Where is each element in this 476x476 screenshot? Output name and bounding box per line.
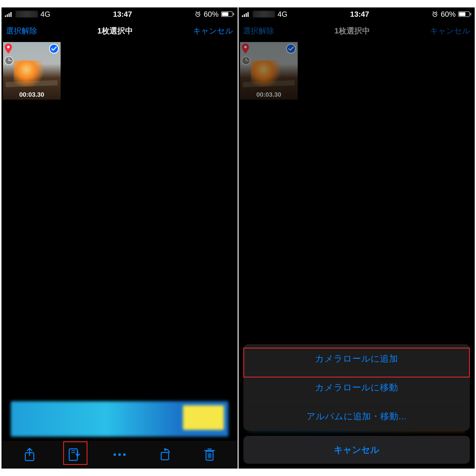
sheet-cancel[interactable]: キャンセル	[243, 436, 470, 464]
svg-point-9	[7, 46, 10, 48]
rotate-button[interactable]	[156, 446, 173, 463]
svg-rect-3	[10, 12, 12, 17]
battery-icon	[458, 11, 471, 17]
svg-line-7	[196, 12, 197, 12]
action-sheet: カメラロールに追加 カメラロールに移動 アルバムに追加・移動... キャンセル	[243, 344, 470, 464]
svg-rect-2	[9, 13, 10, 17]
content-area: 00:03.30	[1, 41, 238, 469]
nav-bar: 選択解除 1枚選択中 キャンセル	[238, 21, 475, 41]
svg-point-20	[118, 453, 121, 456]
selected-check-icon	[286, 44, 296, 53]
svg-rect-31	[246, 13, 247, 17]
deselect-button[interactable]: 選択解除	[243, 26, 274, 36]
signal-icon	[5, 11, 13, 17]
content-area: 00:03.30 カメラロールに追加 カメラロールに移動 アルバムに追加・移動.…	[238, 41, 475, 469]
more-button[interactable]	[111, 446, 128, 463]
network-type: 4G	[41, 10, 51, 18]
nav-bar: 選択解除 1枚選択中 キャンセル	[1, 21, 238, 41]
nav-title: 1枚選択中	[334, 26, 370, 36]
svg-point-38	[244, 46, 247, 48]
bottom-toolbar	[1, 441, 238, 469]
alarm-icon	[432, 11, 438, 17]
svg-point-21	[123, 453, 126, 456]
sheet-add-move-to-album[interactable]: アルバムに追加・移動...	[243, 402, 470, 431]
alarm-icon	[195, 11, 201, 17]
save-to-device-button[interactable]	[66, 446, 83, 463]
video-duration: 00:03.30	[3, 91, 61, 98]
video-thumbnail[interactable]: 00:03.30	[3, 42, 61, 100]
svg-rect-0	[5, 16, 6, 17]
svg-rect-32	[247, 12, 249, 17]
battery-percent: 60%	[204, 10, 219, 18]
svg-rect-29	[242, 16, 243, 17]
svg-rect-22	[161, 452, 169, 460]
sheet-add-to-camera-roll[interactable]: カメラロールに追加	[243, 344, 470, 373]
status-time: 13:47	[113, 10, 132, 18]
status-bar: 4G 13:47 60%	[1, 7, 238, 21]
location-pin-icon	[4, 44, 12, 53]
share-button[interactable]	[21, 446, 38, 463]
svg-rect-1	[7, 14, 8, 17]
deselect-button[interactable]: 選択解除	[6, 26, 37, 36]
clock-icon	[241, 56, 251, 66]
svg-rect-30	[244, 14, 245, 17]
svg-line-36	[433, 12, 434, 12]
screenshot-left: 4G 13:47 60% 選択解除 1枚選択中 キャンセル	[1, 7, 238, 469]
carrier-label	[16, 11, 38, 17]
nav-title: 1枚選択中	[97, 26, 133, 36]
carrier-label	[253, 11, 275, 17]
location-pin-icon	[241, 44, 249, 53]
signal-icon	[242, 11, 250, 17]
battery-percent: 60%	[441, 10, 456, 18]
cancel-button[interactable]: キャンセル	[430, 26, 470, 36]
ad-banner[interactable]	[11, 401, 228, 437]
selected-check-icon	[49, 44, 59, 53]
video-thumbnail[interactable]: 00:03.30	[240, 42, 298, 100]
delete-button[interactable]	[201, 446, 218, 463]
video-duration: 00:03.30	[240, 91, 298, 98]
svg-point-19	[113, 453, 116, 456]
status-time: 13:47	[350, 10, 369, 18]
svg-line-8	[199, 12, 200, 12]
svg-line-37	[436, 12, 437, 12]
cancel-button[interactable]: キャンセル	[193, 26, 233, 36]
network-type: 4G	[278, 10, 288, 18]
battery-icon	[221, 11, 234, 17]
clock-icon	[4, 56, 14, 66]
screenshot-right: 4G 13:47 60% 選択解除 1枚選択中 キャンセル	[238, 7, 475, 469]
status-bar: 4G 13:47 60%	[238, 7, 475, 21]
sheet-move-to-camera-roll[interactable]: カメラロールに移動	[243, 373, 470, 402]
